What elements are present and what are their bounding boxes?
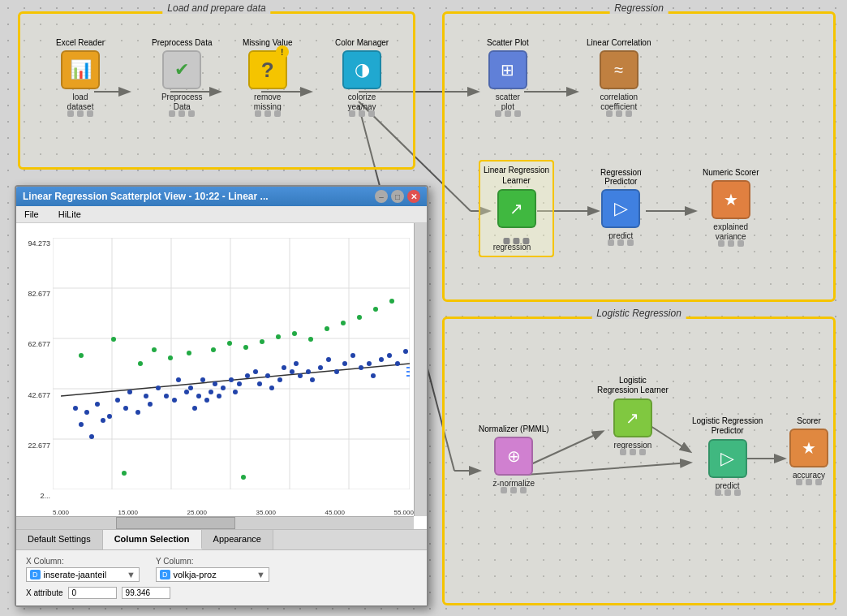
x-column-select[interactable]: D inserate-jaanteil ▼ (26, 567, 140, 582)
popup-title: Linear Regression Scatterplot View - 10:… (23, 191, 375, 202)
menu-hilite[interactable]: HiLite (55, 208, 84, 221)
svg-point-77 (367, 361, 372, 366)
svg-point-91 (227, 341, 232, 346)
node-regression-predictor[interactable]: RegressionPredictor ▷ predict (600, 168, 642, 241)
node-scorer-title: Scorer (797, 416, 820, 425)
node-scorer[interactable]: Scorer ★ accuracy (789, 416, 828, 480)
svg-point-96 (308, 337, 313, 342)
node-preprocess-icon: ✔ (162, 50, 201, 89)
node-missing-value[interactable]: Missing Value ? ! removemissing (243, 38, 293, 112)
node-color-manager-title: Color Manager (335, 38, 389, 47)
node-logistic-learner-ports (620, 449, 646, 455)
node-numeric-scorer[interactable]: Numeric Scorer ★ explainedvariance (703, 168, 759, 242)
node-linear-correlation-title: Linear Correlation (587, 38, 651, 47)
x-column-arrow: ▼ (127, 570, 135, 579)
x-attr-max-input[interactable] (122, 587, 170, 599)
y-label-4: 42.677 (19, 391, 50, 399)
svg-point-47 (188, 386, 193, 390)
svg-point-92 (243, 345, 248, 350)
node-color-manager[interactable]: Color Manager ◑ colorizeyea/nay (335, 38, 389, 112)
y-label-5: 22.677 (19, 442, 50, 450)
menu-file[interactable]: File (21, 208, 42, 221)
svg-point-101 (389, 299, 394, 304)
close-button[interactable]: ✕ (407, 190, 420, 203)
svg-point-70 (310, 377, 315, 382)
popup-menubar: File HiLite (16, 206, 427, 223)
node-numeric-scorer-title: Numeric Scorer (703, 168, 759, 177)
node-linear-correlation-ports (606, 110, 632, 117)
svg-point-35 (107, 414, 112, 419)
x-label-t5: 45.000 (325, 509, 345, 516)
svg-point-72 (326, 357, 331, 362)
node-logistic-predictor-icon: ▷ (708, 439, 747, 478)
svg-point-66 (290, 369, 295, 374)
tab-column-selection[interactable]: Column Selection (103, 530, 202, 549)
svg-point-74 (342, 361, 347, 366)
svg-point-52 (209, 390, 213, 394)
node-normalizer-icon: ⊕ (494, 437, 533, 476)
node-linear-correlation[interactable]: Linear Correlation ≈ correlationcoeffici… (587, 38, 651, 112)
svg-point-51 (204, 398, 209, 403)
svg-point-34 (89, 434, 94, 439)
maximize-button[interactable]: □ (391, 190, 404, 203)
y-column-arrow: ▼ (256, 570, 265, 579)
node-linear-regression-icon[interactable]: ↗ (497, 189, 536, 228)
node-logistic-learner[interactable]: LogisticRegression Learner ↗ regression (597, 376, 669, 450)
tab-default-settings[interactable]: Default Settings (16, 530, 103, 549)
minimize-button[interactable]: – (375, 190, 388, 203)
chart-area: 94.273 82.677 62.677 42.677 22.677 2... (16, 223, 427, 529)
node-excel-reader-icon: 📊 (61, 50, 100, 89)
x-column-group: X Column: D inserate-jaanteil ▼ (26, 557, 140, 582)
node-excel-reader-ports (67, 110, 93, 117)
chart-scrollbar-horizontal[interactable] (16, 516, 414, 529)
svg-point-49 (196, 394, 201, 398)
x-attr-min-input[interactable] (68, 587, 117, 599)
node-preprocess[interactable]: Preprocess Data ✔ PreprocessData (152, 38, 212, 112)
tab-appearance[interactable]: Appearance (202, 530, 273, 549)
svg-point-85 (122, 471, 127, 476)
svg-point-36 (115, 398, 120, 403)
svg-point-31 (95, 402, 100, 407)
y-column-select[interactable]: D volkja-proz ▼ (156, 567, 269, 582)
x-attr-row: X attribute (26, 587, 417, 599)
node-normalizer[interactable]: Normalizer (PMML) ⊕ z-normalize (479, 424, 549, 489)
svg-point-89 (187, 351, 191, 355)
node-logistic-predictor[interactable]: Logistic RegressionPredictor ▷ predict (692, 416, 763, 491)
y-axis-labels: 94.273 82.677 62.677 42.677 22.677 2... (19, 239, 50, 500)
y-column-value: volkja-proz (174, 570, 217, 579)
node-logistic-learner-title: LogisticRegression Learner (597, 376, 669, 395)
svg-point-64 (277, 377, 282, 382)
svg-point-68 (298, 373, 303, 378)
svg-point-80 (387, 353, 392, 358)
svg-point-37 (123, 406, 128, 411)
node-scatter-plot[interactable]: Scatter Plot ⊞ scatterplot (487, 38, 529, 112)
node-color-manager-ports (349, 110, 375, 117)
node-scatter-plot-ports (495, 110, 521, 117)
x-attr-label: X attribute (26, 588, 63, 597)
popup-window: Linear Regression Scatterplot View - 10:… (15, 185, 428, 607)
svg-point-44 (172, 398, 177, 403)
svg-point-99 (357, 315, 362, 320)
svg-point-55 (221, 386, 226, 390)
y-column-group: Y Column: D volkja-proz ▼ (156, 557, 269, 582)
svg-point-30 (84, 410, 89, 415)
group-regression-title: Regression (609, 2, 669, 14)
chart-scrollbar-vertical[interactable] (414, 223, 427, 516)
node-logistic-predictor-ports (715, 489, 741, 496)
svg-point-81 (395, 361, 400, 366)
node-logistic-predictor-title: Logistic RegressionPredictor (692, 416, 763, 436)
y-label-6: 2... (19, 492, 50, 500)
x-axis-labels-top: 5.000 15.000 25.000 35.000 45.000 55.000 (53, 509, 414, 516)
svg-point-94 (276, 334, 281, 339)
svg-point-50 (200, 377, 205, 382)
popup-titlebar: Linear Regression Scatterplot View - 10:… (16, 187, 427, 206)
node-excel-reader[interactable]: Excel Reader 📊 loaddataset (56, 38, 105, 112)
svg-point-75 (350, 353, 355, 358)
scatter-plot-svg (53, 238, 410, 489)
svg-point-33 (101, 418, 105, 423)
svg-point-84 (111, 337, 116, 342)
popup-tab-content: X Column: D inserate-jaanteil ▼ Y Column… (16, 550, 427, 605)
svg-point-61 (257, 381, 262, 386)
svg-point-86 (138, 361, 143, 366)
svg-point-45 (176, 377, 181, 382)
